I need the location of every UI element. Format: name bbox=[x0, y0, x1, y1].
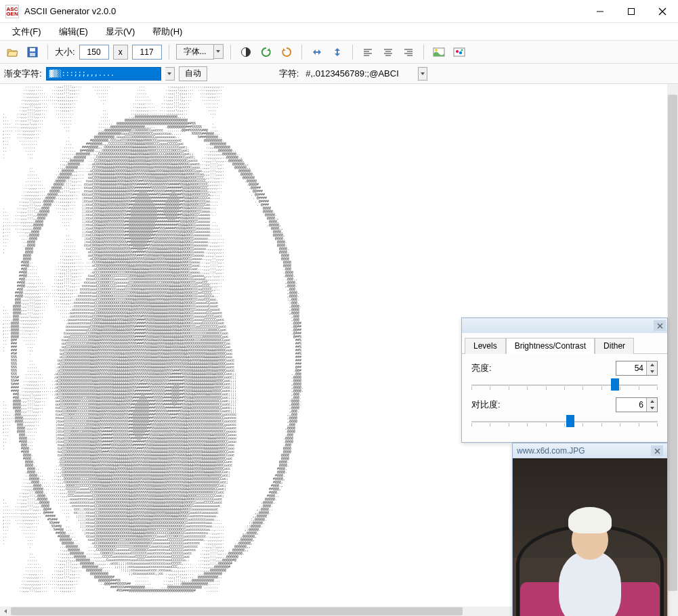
align-right-icon[interactable] bbox=[400, 44, 417, 60]
chars-label: 字符: bbox=[279, 68, 299, 80]
open-icon[interactable] bbox=[4, 44, 20, 60]
contrast-slider[interactable] bbox=[471, 415, 658, 430]
image-icon[interactable] bbox=[451, 44, 467, 60]
size-label: 大小: bbox=[55, 46, 75, 58]
tab-brightness-contrast[interactable]: Brightness/Contrast bbox=[506, 338, 595, 354]
save-icon[interactable] bbox=[24, 44, 41, 60]
brightness-thumb[interactable] bbox=[611, 378, 619, 391]
ramp-combo[interactable]: ▓▒░:::;;;,,,.... bbox=[46, 67, 161, 81]
contrast-thumb[interactable] bbox=[566, 415, 574, 427]
toolbar-main: 大小: x 字体... bbox=[0, 41, 678, 64]
contrast-icon[interactable] bbox=[238, 44, 254, 60]
tab-dither[interactable]: Dither bbox=[595, 338, 634, 354]
menubar: 文件(F) 编辑(E) 显示(V) 帮助(H) bbox=[0, 23, 678, 41]
contrast-up-icon[interactable] bbox=[647, 398, 657, 405]
svg-point-24 bbox=[459, 51, 461, 53]
flip-vertical-icon[interactable] bbox=[329, 44, 345, 60]
preview-icon[interactable] bbox=[431, 44, 447, 60]
panel-close-button[interactable] bbox=[654, 320, 666, 331]
toolbar-ramp: 渐变字符: ▓▒░:::;;;,,,.... 自动 字符: #,.0123456… bbox=[0, 64, 678, 84]
preview-panel: www.x6d.com.JPG bbox=[512, 443, 668, 616]
contrast-input[interactable] bbox=[616, 398, 646, 412]
svg-rect-22 bbox=[454, 48, 465, 56]
preview-title: www.x6d.com.JPG bbox=[517, 446, 651, 456]
brightness-up-icon[interactable] bbox=[647, 361, 657, 368]
menu-file[interactable]: 文件(F) bbox=[4, 24, 49, 40]
vertical-scrollbar[interactable] bbox=[667, 84, 678, 607]
chars-value: #,.0123456789:;@ABCI bbox=[305, 67, 414, 80]
preview-image bbox=[513, 458, 667, 616]
svg-point-23 bbox=[456, 50, 459, 53]
minimize-button[interactable] bbox=[585, 0, 616, 23]
size-height-input[interactable] bbox=[132, 45, 162, 60]
menu-view[interactable]: 显示(V) bbox=[98, 24, 143, 40]
tab-levels[interactable]: Levels bbox=[465, 338, 506, 354]
reset-icon[interactable] bbox=[278, 44, 295, 60]
svg-point-25 bbox=[461, 49, 463, 51]
maximize-button[interactable] bbox=[616, 0, 647, 23]
svg-rect-1 bbox=[629, 8, 635, 14]
font-dropdown-arrow[interactable] bbox=[214, 44, 224, 59]
align-center-icon[interactable] bbox=[380, 44, 396, 60]
svg-point-21 bbox=[435, 49, 438, 51]
brightness-contrast-panel: Levels Brightness/Contrast Dither 亮度: bbox=[461, 317, 668, 443]
svg-rect-5 bbox=[30, 48, 35, 51]
menu-help[interactable]: 帮助(H) bbox=[144, 24, 190, 40]
font-button[interactable]: 字体... bbox=[176, 44, 214, 60]
brightness-down-icon[interactable] bbox=[647, 368, 657, 375]
ramp-label: 渐变字符: bbox=[4, 68, 42, 80]
brightness-label: 亮度: bbox=[471, 362, 616, 374]
preview-close-button[interactable] bbox=[651, 445, 663, 456]
app-icon: ASC GEN bbox=[5, 5, 19, 18]
scroll-left-icon[interactable] bbox=[0, 607, 11, 616]
ramp-value: ▓▒░:::;;;,,,.... bbox=[49, 70, 114, 77]
contrast-label: 对比度: bbox=[471, 399, 616, 411]
auto-button[interactable]: 自动 bbox=[179, 66, 207, 81]
size-width-input[interactable] bbox=[79, 45, 109, 60]
menu-edit[interactable]: 编辑(E) bbox=[51, 24, 96, 40]
contrast-spinner[interactable] bbox=[616, 397, 658, 412]
titlebar: ASC GEN ASCII Generator v2.0.0 bbox=[0, 0, 678, 23]
brightness-spinner[interactable] bbox=[616, 361, 658, 376]
panel-tabs: Levels Brightness/Contrast Dither bbox=[462, 333, 667, 354]
refresh-icon[interactable] bbox=[258, 44, 274, 60]
contrast-down-icon[interactable] bbox=[647, 405, 657, 412]
ramp-dropdown-arrow[interactable] bbox=[165, 67, 175, 81]
brightness-input[interactable] bbox=[616, 361, 646, 375]
chars-dropdown-arrow[interactable] bbox=[418, 67, 427, 81]
size-lock-button[interactable]: x bbox=[113, 45, 128, 60]
brightness-slider[interactable] bbox=[471, 378, 658, 393]
window-title: ASCII Generator v2.0.0 bbox=[24, 6, 585, 16]
flip-horizontal-icon[interactable] bbox=[309, 44, 325, 60]
close-button[interactable] bbox=[647, 0, 678, 23]
align-left-icon[interactable] bbox=[360, 44, 376, 60]
svg-rect-6 bbox=[30, 53, 35, 56]
